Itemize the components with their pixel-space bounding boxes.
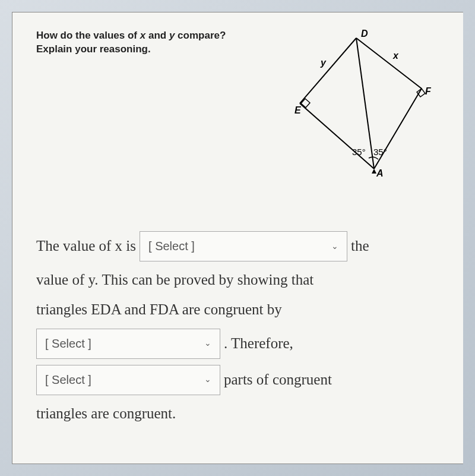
- select2-label: [ Select ]: [45, 333, 91, 355]
- svg-marker-5: [372, 169, 376, 174]
- seg5: . Therefore,: [224, 330, 293, 357]
- answer-line-1: The value of x is [ Select ] ⌄ the: [36, 231, 439, 261]
- select-congruence-theorem[interactable]: [ Select ] ⌄: [36, 329, 220, 359]
- q-var-y: y: [169, 30, 175, 41]
- select-corresponding[interactable]: [ Select ] ⌄: [36, 365, 220, 395]
- worksheet-container: How do the values of x and y compare? Ex…: [12, 12, 463, 464]
- label-x: x: [392, 51, 399, 61]
- seg1: The value of x is: [36, 232, 136, 260]
- select-comparison[interactable]: [ Select ] ⌄: [140, 231, 347, 261]
- q-text-3: compare?: [175, 30, 226, 41]
- seg2: the: [351, 232, 369, 260]
- label-D: D: [361, 29, 368, 39]
- svg-line-1: [300, 103, 374, 169]
- q-var-x: x: [140, 30, 145, 41]
- chevron-down-icon: ⌄: [331, 239, 338, 254]
- label-E: E: [294, 105, 302, 115]
- answer-line-2: [ Select ] ⌄ . Therefore,: [36, 329, 439, 359]
- select1-label: [ Select ]: [148, 235, 195, 257]
- seg6: parts of congruent: [224, 366, 332, 393]
- q-text-2: and: [145, 30, 169, 41]
- svg-line-3: [356, 38, 422, 89]
- question-prompt: How do the values of x and y compare? Ex…: [36, 29, 273, 56]
- label-angle-right: 35°: [373, 147, 387, 157]
- chevron-down-icon: ⌄: [204, 336, 211, 351]
- answer-area: The value of x is [ Select ] ⌄ the value…: [36, 231, 439, 427]
- seg7: triangles are congruent.: [36, 400, 439, 427]
- question-header: How do the values of x and y compare? Ex…: [36, 29, 439, 184]
- seg4: triangles EDA and FDA are congruent by: [36, 296, 439, 323]
- svg-line-0: [300, 38, 356, 103]
- geometry-diagram: D E F A y x 35° 35°: [285, 29, 439, 184]
- answer-line-3: [ Select ] ⌄ parts of congruent: [36, 365, 439, 395]
- label-F: F: [425, 86, 432, 96]
- seg3: value of y. This can be proved by showin…: [36, 266, 439, 294]
- q-line2: Explain your reasoning.: [36, 43, 151, 55]
- select3-label: [ Select ]: [45, 369, 91, 391]
- q-text-1: How do the values of: [36, 30, 140, 41]
- label-y: y: [320, 58, 327, 68]
- label-A: A: [376, 168, 384, 178]
- chevron-down-icon: ⌄: [204, 372, 211, 387]
- label-angle-left: 35°: [352, 147, 366, 157]
